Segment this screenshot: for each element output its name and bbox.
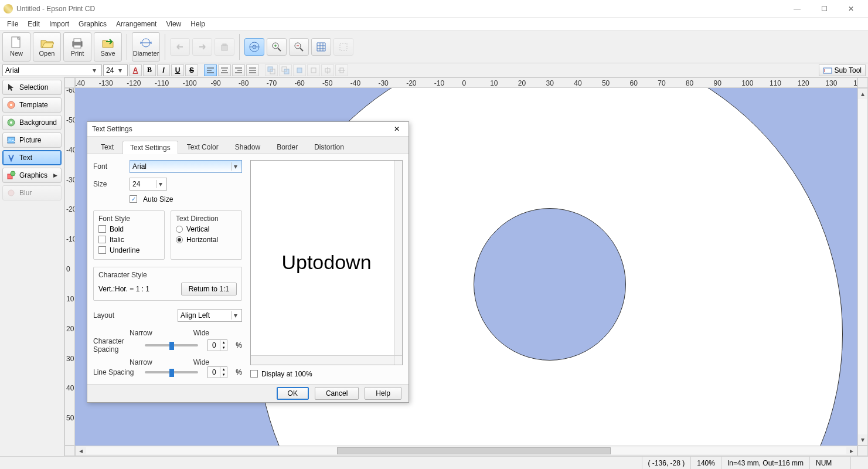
scroll-right-arrow-icon[interactable]: ▸ xyxy=(846,446,857,456)
cancel-button[interactable]: Cancel xyxy=(315,387,359,400)
menu-import[interactable]: Import xyxy=(45,19,74,29)
line-spacing-value: 0 xyxy=(208,367,220,378)
align-grid-button[interactable] xyxy=(333,38,353,56)
print-button[interactable]: Print xyxy=(63,32,91,62)
tab-text-settings[interactable]: Text Settings xyxy=(122,141,178,154)
scroll-track[interactable] xyxy=(858,99,867,434)
sidebar-item-template[interactable]: Template xyxy=(2,97,62,113)
menu-edit[interactable]: Edit xyxy=(23,19,45,29)
font-color-button[interactable]: A xyxy=(129,64,142,76)
line-spacing-slider[interactable] xyxy=(145,371,198,373)
font-select[interactable]: Arial ▾ xyxy=(130,160,242,173)
line-spacing-spin[interactable]: 0▴▾ xyxy=(207,366,227,378)
spin-down-icon[interactable]: ▾ xyxy=(220,372,227,378)
save-icon xyxy=(101,37,115,49)
spin-down-icon[interactable]: ▾ xyxy=(220,345,227,351)
menu-file[interactable]: File xyxy=(2,19,23,29)
subtool-button[interactable]: Sub Tool xyxy=(819,64,866,76)
autosize-checkbox[interactable]: ✓ xyxy=(130,195,137,203)
sidebar-item-text[interactable]: Text xyxy=(2,150,62,165)
slider-knob[interactable] xyxy=(169,342,174,350)
underline-checkbox[interactable] xyxy=(98,246,106,254)
size-combo[interactable]: 24 ▾ xyxy=(103,64,128,76)
help-button[interactable]: Help xyxy=(365,387,401,400)
return-1-1-button[interactable]: Return to 1:1 xyxy=(181,283,237,295)
display-100-checkbox[interactable] xyxy=(250,370,258,378)
sidebar-item-label: Template xyxy=(19,101,48,109)
tab-distortion[interactable]: Distortion xyxy=(307,140,352,154)
open-button[interactable]: Open xyxy=(33,32,61,62)
zoom-out-button[interactable] xyxy=(289,38,309,56)
menu-view[interactable]: View xyxy=(161,19,186,29)
send-backward-button[interactable] xyxy=(307,64,320,76)
scroll-thumb[interactable] xyxy=(337,447,611,454)
preview-hscroll[interactable] xyxy=(251,355,394,365)
align-left-button[interactable] xyxy=(204,64,217,76)
center-horiz-button[interactable] xyxy=(321,64,334,76)
italic-checkbox[interactable] xyxy=(98,236,106,243)
horizontal-radio[interactable] xyxy=(176,236,183,243)
bring-front-button[interactable] xyxy=(265,64,278,76)
tab-border[interactable]: Border xyxy=(269,140,305,154)
wide-label: Wide xyxy=(179,329,209,337)
ok-button[interactable]: OK xyxy=(277,387,309,400)
tab-shadow[interactable]: Shadow xyxy=(227,140,268,154)
dialog-right-panel: Uptodown Display at 100% xyxy=(250,160,403,378)
preview-vscroll[interactable] xyxy=(394,161,402,355)
align-justify-button[interactable] xyxy=(246,64,259,76)
new-button[interactable]: New xyxy=(2,32,30,62)
tab-text-color[interactable]: Text Color xyxy=(179,140,226,154)
menu-graphics[interactable]: Graphics xyxy=(74,19,111,29)
layout-select[interactable]: Align Left ▾ xyxy=(178,309,242,322)
chevron-down-icon: ▾ xyxy=(231,311,239,320)
bold-checkbox[interactable] xyxy=(98,225,106,233)
center-vert-button[interactable] xyxy=(335,64,348,76)
delete-button[interactable] xyxy=(215,38,234,56)
font-combo-value: Arial xyxy=(5,66,90,74)
menu-arrangement[interactable]: Arrangement xyxy=(111,19,161,29)
vertical-radio[interactable] xyxy=(176,226,183,233)
bring-forward-button[interactable] xyxy=(293,64,306,76)
slider-knob[interactable] xyxy=(169,369,174,377)
strike-button[interactable]: S xyxy=(185,64,198,76)
sidebar-item-background[interactable]: Background xyxy=(2,115,62,130)
menu-help[interactable]: Help xyxy=(186,19,210,29)
char-spacing-slider[interactable] xyxy=(145,344,198,346)
size-select[interactable]: 24 ▾ xyxy=(130,178,167,191)
horizontal-scrollbar[interactable]: ◂ ▸ xyxy=(75,446,857,456)
sidebar-item-blur[interactable]: Blur xyxy=(2,185,62,200)
align-right-button[interactable] xyxy=(232,64,245,76)
tab-text[interactable]: Text xyxy=(93,140,121,154)
underline-button[interactable]: U xyxy=(171,64,184,76)
save-button[interactable]: Save xyxy=(94,32,122,62)
italic-button[interactable]: I xyxy=(157,64,170,76)
sidebar-item-selection[interactable]: Selection xyxy=(2,80,62,95)
app-icon xyxy=(4,4,13,13)
scroll-left-arrow-icon[interactable]: ◂ xyxy=(76,446,86,456)
undo-button[interactable] xyxy=(170,38,190,56)
sidebar-item-picture[interactable]: Picture xyxy=(2,132,62,148)
percent-label: % xyxy=(236,341,242,349)
align-center-button[interactable] xyxy=(218,64,231,76)
font-combo[interactable]: Arial ▾ xyxy=(2,64,102,76)
scroll-down-arrow-icon[interactable]: ▾ xyxy=(858,434,867,445)
dialog-title-bar[interactable]: Text Settings ✕ xyxy=(87,122,409,137)
redo-button[interactable] xyxy=(192,38,212,56)
grid-button[interactable] xyxy=(311,38,331,56)
char-spacing-spin[interactable]: 0▴▾ xyxy=(207,339,227,351)
spin-up-icon[interactable]: ▴ xyxy=(220,367,227,372)
bold-button[interactable]: B xyxy=(143,64,156,76)
maximize-button[interactable]: ☐ xyxy=(811,0,838,18)
vertical-scrollbar[interactable]: ▴ ▾ xyxy=(857,88,868,446)
send-back-button[interactable] xyxy=(279,64,292,76)
dialog-close-button[interactable]: ✕ xyxy=(390,123,404,135)
spin-up-icon[interactable]: ▴ xyxy=(220,340,227,345)
zoom-disc-button[interactable] xyxy=(244,38,264,56)
scroll-track[interactable] xyxy=(86,447,846,454)
close-button[interactable]: ✕ xyxy=(838,0,864,18)
scroll-up-arrow-icon[interactable]: ▴ xyxy=(858,89,867,99)
minimize-button[interactable]: — xyxy=(784,0,811,18)
sidebar-item-graphics[interactable]: Graphics ▶ xyxy=(2,168,62,183)
zoom-in-button[interactable] xyxy=(267,38,287,56)
diameter-button[interactable]: Diameter xyxy=(132,32,160,62)
